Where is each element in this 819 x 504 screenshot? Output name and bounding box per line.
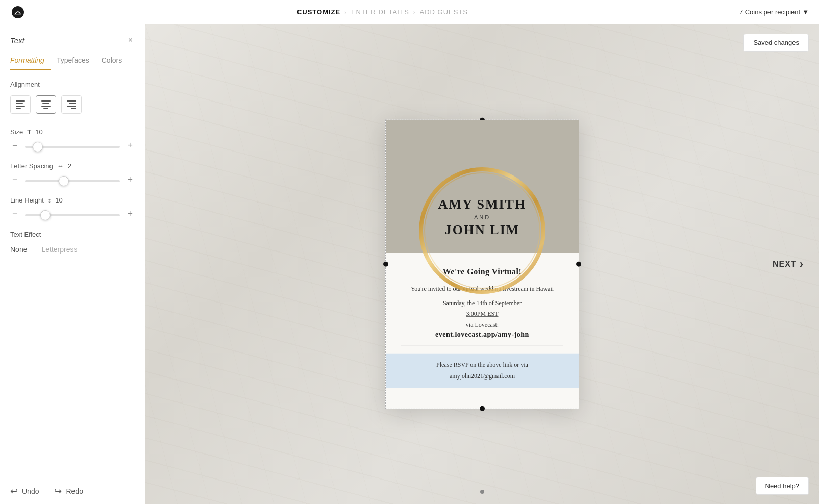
letter-spacing-icon: ↔ <box>57 162 64 170</box>
panel-header: Text × <box>0 24 145 52</box>
line-height-slider-input[interactable] <box>25 214 120 216</box>
handle-right[interactable] <box>576 262 581 267</box>
card-rsvp-text: Please RSVP on the above link or via <box>396 360 568 371</box>
tab-colors[interactable]: Colors <box>95 52 128 70</box>
dropdown-arrow-icon: ▼ <box>802 8 809 16</box>
line-height-section: Line Height ↕ 10 − + <box>10 196 135 218</box>
card-name1: AMY SMITH <box>386 197 579 212</box>
size-label: Size <box>10 128 23 136</box>
align-left-icon <box>16 100 25 109</box>
invitation-card[interactable]: AMY SMITH AND JOHN LIM We're Going Virtu… <box>385 120 579 409</box>
size-increase-button[interactable]: + <box>125 141 135 150</box>
breadcrumb-chevron-2: › <box>413 9 416 15</box>
step-customize: CUSTOMIZE <box>297 8 340 16</box>
size-value: 10 <box>35 128 42 136</box>
saved-changes-button[interactable]: Saved changes <box>743 34 809 52</box>
line-height-increase-button[interactable]: + <box>125 209 135 218</box>
svg-point-0 <box>12 6 24 18</box>
undo-icon: ↩ <box>10 486 18 497</box>
step-add-guests: ADD GUESTS <box>419 8 468 16</box>
coins-label: 7 Coins per recipient <box>739 8 800 16</box>
size-slider-controls: − + <box>10 141 135 150</box>
panel-content: Alignment <box>0 70 145 478</box>
text-panel: Text × Formatting Typefaces Colors Align… <box>0 24 145 504</box>
alignment-buttons <box>10 95 135 114</box>
letter-spacing-slider-controls: − + <box>10 175 135 184</box>
letter-spacing-value: 2 <box>68 162 71 170</box>
redo-button[interactable]: ↪ Redo <box>54 486 83 497</box>
card-divider <box>401 346 563 346</box>
breadcrumb-steps: CUSTOMIZE › ENTER DETAILS › ADD GUESTS <box>297 8 468 16</box>
coins-dropdown[interactable]: 7 Coins per recipient ▼ <box>739 8 809 16</box>
top-navigation: CUSTOMIZE › ENTER DETAILS › ADD GUESTS 7… <box>0 0 819 24</box>
panel-tabs: Formatting Typefaces Colors <box>0 52 145 70</box>
size-slider-input[interactable] <box>25 146 120 148</box>
card-time-underline: 3:00PM EST <box>466 310 498 317</box>
align-center-icon <box>41 100 51 109</box>
step-enter-details: ENTER DETAILS <box>351 8 409 16</box>
tab-typefaces[interactable]: Typefaces <box>51 52 95 70</box>
alignment-section: Alignment <box>10 81 135 114</box>
card-and: AND <box>386 214 579 220</box>
card-name2: JOHN LIM <box>386 222 579 238</box>
line-height-icon: ↕ <box>48 196 52 204</box>
handle-left[interactable] <box>383 262 388 267</box>
card-top-section: AMY SMITH AND JOHN LIM <box>386 120 579 253</box>
align-right-button[interactable] <box>61 95 82 114</box>
next-label: NEXT <box>773 260 797 269</box>
line-height-decrease-button[interactable]: − <box>10 209 20 218</box>
text-effect-section: Text Effect None Letterpress <box>10 231 135 254</box>
need-help-button[interactable]: Need help? <box>756 477 809 495</box>
line-height-label: Line Height <box>10 196 44 204</box>
breadcrumb-chevron-1: › <box>344 9 347 15</box>
letter-spacing-slider-input[interactable] <box>25 180 120 182</box>
size-icon: T <box>27 128 31 136</box>
canvas-area: Saved changes NEXT › Need help? <box>145 24 819 504</box>
undo-label: Undo <box>22 487 39 495</box>
redo-label: Redo <box>66 487 83 495</box>
card-email-text: amyjohn2021@gmail.com <box>396 371 568 382</box>
letter-spacing-section: Letter Spacing ↔ 2 − + <box>10 162 135 184</box>
undo-button[interactable]: ↩ Undo <box>10 486 39 497</box>
tab-formatting[interactable]: Formatting <box>10 52 51 70</box>
card-rsvp-section: Please RSVP on the above link or via amy… <box>386 354 579 388</box>
invitation-card-wrapper: AMY SMITH AND JOHN LIM We're Going Virtu… <box>385 120 579 409</box>
letter-spacing-label: Letter Spacing <box>10 162 53 170</box>
line-height-label-row: Line Height ↕ 10 <box>10 196 135 204</box>
size-slider-track <box>25 141 120 150</box>
line-height-slider-controls: − + <box>10 209 135 218</box>
card-names: AMY SMITH AND JOHN LIM <box>386 197 579 238</box>
letter-spacing-slider-track <box>25 175 120 184</box>
close-panel-button[interactable]: × <box>126 34 135 47</box>
text-effect-label: Text Effect <box>10 231 135 238</box>
handle-bottom[interactable] <box>480 406 485 411</box>
letter-spacing-label-row: Letter Spacing ↔ 2 <box>10 162 135 170</box>
line-height-value: 10 <box>55 196 62 204</box>
next-button[interactable]: NEXT › <box>773 258 804 271</box>
size-decrease-button[interactable]: − <box>10 141 20 150</box>
align-center-button[interactable] <box>36 95 56 114</box>
card-time-text: 3:00PM EST <box>401 309 563 320</box>
effect-none-option[interactable]: None <box>10 245 27 254</box>
alignment-label: Alignment <box>10 81 135 88</box>
panel-title: Text <box>10 36 24 45</box>
line-height-slider-track <box>25 209 120 218</box>
main-layout: Text × Formatting Typefaces Colors Align… <box>0 24 819 504</box>
align-right-icon <box>67 100 76 109</box>
size-section: Size T 10 − + <box>10 128 135 150</box>
size-label-row: Size T 10 <box>10 128 135 136</box>
card-link: event.lovecast.app/amy-john <box>401 331 563 339</box>
card-via-text: via Lovecast: <box>401 320 563 331</box>
next-chevron-icon: › <box>800 258 804 271</box>
letter-spacing-increase-button[interactable]: + <box>125 175 135 184</box>
text-effect-options: None Letterpress <box>10 245 135 254</box>
letter-spacing-decrease-button[interactable]: − <box>10 175 20 184</box>
align-left-button[interactable] <box>10 95 31 114</box>
app-logo <box>10 5 26 20</box>
redo-icon: ↪ <box>54 486 62 497</box>
effect-letterpress-option[interactable]: Letterpress <box>41 245 77 254</box>
nav-right-area: 7 Coins per recipient ▼ <box>739 8 809 16</box>
panel-footer: ↩ Undo ↪ Redo <box>0 478 145 504</box>
page-indicator-dot <box>480 490 484 494</box>
